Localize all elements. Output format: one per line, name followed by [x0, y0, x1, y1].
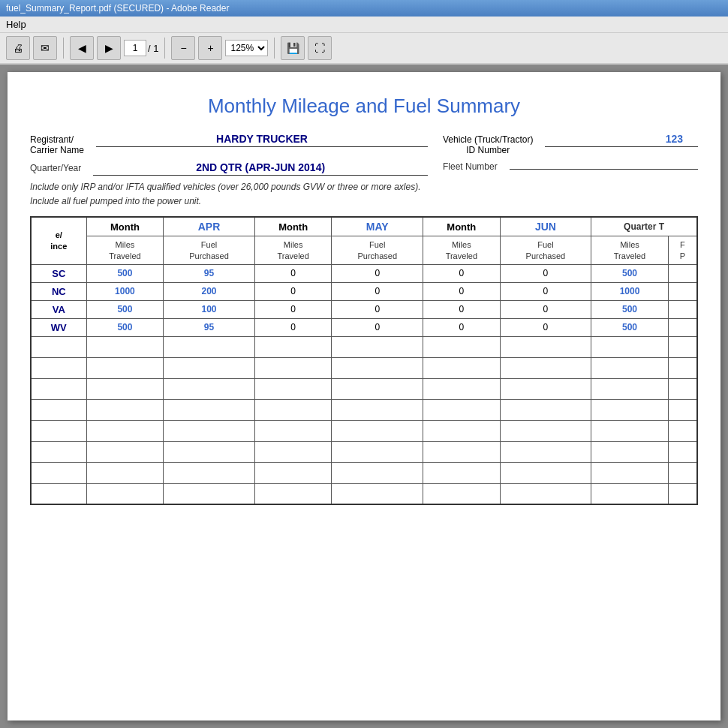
instruction-2: Include all fuel pumped into the power u…	[30, 194, 698, 209]
jun-fuel-cell: 0	[500, 282, 591, 300]
right-form: Vehicle (Truck/Tractor) ID Number 123 Fl…	[443, 133, 698, 176]
state-cell: VA	[31, 300, 86, 318]
state-cell: SC	[31, 264, 86, 282]
id-underline	[545, 146, 698, 147]
data-table: e/ince Month APR Month MAY Month JUN Qua…	[30, 216, 698, 505]
apr-month-name: APR	[164, 217, 255, 236]
qtr-miles-cell: 500	[591, 318, 669, 336]
empty-table-row	[31, 420, 697, 441]
apr-fuel-cell: 200	[164, 282, 255, 300]
apr-fuel-cell: 95	[164, 264, 255, 282]
empty-table-row	[31, 378, 697, 399]
table-row: NC 1000 200 0 0 0 0 1000	[31, 282, 697, 300]
quarter-value: 2ND QTR (APR-JUN 2014)	[93, 161, 428, 173]
may-fuel-cell: 0	[332, 300, 423, 318]
qtr-miles-cell: 500	[591, 264, 669, 282]
qtr-miles-cell: 500	[591, 300, 669, 318]
apr-fuel-header: FuelPurchased	[164, 236, 255, 265]
registrant-row: Registrant/ Carrier Name HARDY TRUCKER	[30, 133, 428, 155]
qtr-fuel-cell	[668, 282, 697, 300]
jun-fuel-header: FuelPurchased	[500, 236, 591, 265]
jun-miles-cell: 0	[423, 318, 501, 336]
apr-miles-header: MilesTraveled	[86, 236, 164, 265]
page-number-input[interactable]	[124, 40, 146, 56]
title-bar-text: fuel_Summary_Report.pdf (SECURED) - Adob…	[6, 3, 229, 14]
form-header: Registrant/ Carrier Name HARDY TRUCKER Q…	[30, 133, 698, 176]
toolbar-separator-2	[164, 38, 165, 59]
fleet-label: Fleet Number	[443, 161, 498, 172]
page-navigation: / 1	[124, 40, 158, 56]
empty-table-row	[31, 399, 697, 420]
id-label: ID Number	[443, 145, 533, 155]
carrier-label-line2: Carrier Name	[30, 145, 84, 155]
page-separator: / 1	[148, 43, 158, 54]
may-fuel-header: FuelPurchased	[332, 236, 423, 265]
apr-fuel-cell: 100	[164, 300, 255, 318]
may-miles-cell: 0	[254, 318, 332, 336]
may-fuel-cell: 0	[332, 282, 423, 300]
menu-help[interactable]: Help	[6, 19, 26, 30]
registrant-label-line1: Registrant/	[30, 134, 84, 145]
registrant-value-area: HARDY TRUCKER	[96, 133, 428, 147]
id-value: 123	[545, 133, 698, 145]
empty-table-row	[31, 483, 697, 504]
table-body: SC 500 95 0 0 0 0 500 NC 1000 200 0 0 0 …	[31, 264, 697, 504]
vehicle-label-line1: Vehicle (Truck/Tractor)	[443, 134, 533, 145]
id-value-area: 123	[545, 133, 698, 147]
fleet-row: Fleet Number	[443, 161, 698, 172]
table-row: VA 500 100 0 0 0 0 500	[31, 300, 697, 318]
may-fuel-cell: 0	[332, 264, 423, 282]
jun-miles-cell: 0	[423, 282, 501, 300]
fullscreen-button[interactable]: ⛶	[308, 36, 332, 60]
zoom-select[interactable]: 125% 100% 150% 75%	[225, 40, 268, 56]
qtr-fuel-cell	[668, 300, 697, 318]
quarter-label: Quarter/Year	[30, 163, 81, 173]
toolbar-separator-3	[274, 38, 275, 59]
jun-month-label: Month	[423, 217, 501, 236]
registrant-value: HARDY TRUCKER	[96, 133, 428, 145]
qtr-fuel-cell	[668, 264, 697, 282]
zoom-in-button[interactable]: +	[198, 36, 222, 60]
left-form: Registrant/ Carrier Name HARDY TRUCKER Q…	[30, 133, 428, 176]
quarter-row: Quarter/Year 2ND QTR (APR-JUN 2014)	[30, 161, 428, 176]
empty-table-row	[31, 462, 697, 483]
may-miles-cell: 0	[254, 264, 332, 282]
jun-month-name: JUN	[500, 217, 591, 236]
apr-miles-cell: 500	[86, 264, 164, 282]
instructions: Include only IRP and/or IFTA qualified v…	[30, 180, 698, 209]
report-title: Monthly Mileage and Fuel Summary	[30, 95, 698, 118]
jun-fuel-cell: 0	[500, 300, 591, 318]
toolbar-separator-1	[63, 38, 64, 59]
apr-month-label: Month	[86, 217, 164, 236]
pdf-page: Monthly Mileage and Fuel Summary Registr…	[8, 72, 720, 720]
vehicle-label-block: Vehicle (Truck/Tractor) ID Number	[443, 134, 533, 155]
quarter-value-area: 2ND QTR (APR-JUN 2014)	[93, 161, 428, 176]
zoom-out-button[interactable]: −	[171, 36, 195, 60]
print-button[interactable]: 🖨	[6, 36, 30, 60]
state-cell: NC	[31, 282, 86, 300]
header-row-1: e/ince Month APR Month MAY Month JUN Qua…	[31, 217, 697, 236]
qtr-fuel-header: FP	[668, 236, 697, 265]
apr-miles-cell: 1000	[86, 282, 164, 300]
may-fuel-cell: 0	[332, 318, 423, 336]
empty-table-row	[31, 336, 697, 357]
may-miles-header: MilesTraveled	[254, 236, 332, 265]
fleet-underline	[510, 169, 698, 170]
pdf-area: Monthly Mileage and Fuel Summary Registr…	[0, 65, 728, 728]
apr-miles-cell: 500	[86, 318, 164, 336]
title-bar: fuel_Summary_Report.pdf (SECURED) - Adob…	[0, 0, 728, 17]
table-row: WV 500 95 0 0 0 0 500	[31, 318, 697, 336]
email-button[interactable]: ✉	[33, 36, 57, 60]
may-month-label: Month	[254, 217, 332, 236]
prev-page-button[interactable]: ◀	[70, 36, 94, 60]
save-button[interactable]: 💾	[281, 36, 305, 60]
apr-fuel-cell: 95	[164, 318, 255, 336]
may-miles-cell: 0	[254, 282, 332, 300]
next-page-button[interactable]: ▶	[97, 36, 121, 60]
qtr-miles-cell: 1000	[591, 282, 669, 300]
header-row-2: MilesTraveled FuelPurchased MilesTravele…	[31, 236, 697, 265]
menu-bar: Help	[0, 17, 728, 33]
state-province-header: e/ince	[31, 217, 86, 264]
empty-table-row	[31, 357, 697, 378]
qtr-miles-header: MilesTraveled	[591, 236, 669, 265]
